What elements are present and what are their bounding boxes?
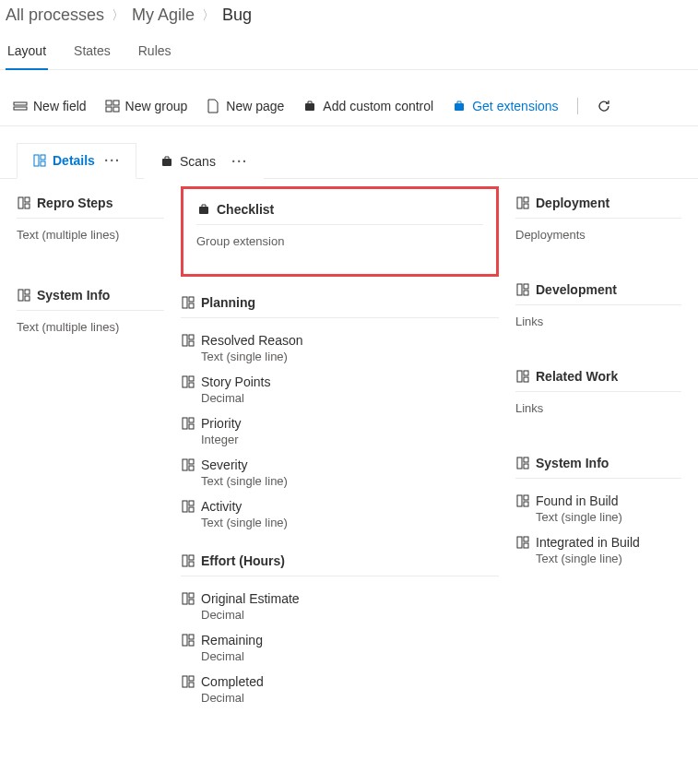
svg-rect-14 [25, 204, 30, 208]
field-row[interactable]: Story Points [181, 369, 499, 391]
toolbar-label: Get extensions [472, 99, 558, 113]
svg-rect-43 [183, 635, 187, 646]
field-row[interactable]: Severity [181, 452, 499, 474]
tab-states[interactable]: States [72, 34, 112, 69]
svg-rect-57 [524, 377, 528, 382]
new-page-button[interactable]: New page [206, 99, 284, 113]
field-row[interactable]: Completed [181, 669, 499, 691]
svg-rect-28 [183, 418, 187, 429]
tab-rules[interactable]: Rules [136, 34, 173, 69]
svg-rect-44 [189, 635, 194, 639]
control-icon [302, 99, 317, 113]
svg-rect-48 [189, 683, 194, 687]
get-extensions-link[interactable]: Get extensions [452, 99, 558, 113]
field-type: Decimal [181, 691, 499, 705]
field-name: Remaining [201, 633, 263, 647]
refresh-button[interactable] [597, 99, 611, 113]
toolbar-label: New page [226, 99, 284, 113]
group[interactable]: DevelopmentLinks [515, 269, 681, 356]
field-icon [13, 99, 28, 113]
page-icon [206, 99, 220, 113]
page-tabs: Details ··· Scans ··· [0, 126, 698, 179]
field-type: Text (single line) [181, 516, 499, 529]
page-tab-scans[interactable]: Scans ··· [144, 143, 264, 179]
page-tab-more-button[interactable]: ··· [231, 154, 248, 169]
group-title: Related Work [536, 369, 618, 384]
toolbar-separator [577, 98, 578, 114]
layout-body: Repro Steps Text (multiple lines) System… [0, 178, 698, 734]
field-type: Integer [181, 433, 499, 446]
svg-rect-56 [524, 371, 528, 375]
group[interactable]: Related WorkLinks [515, 356, 681, 443]
field-type: Decimal [181, 649, 499, 663]
svg-rect-20 [189, 297, 194, 302]
svg-rect-41 [189, 593, 194, 598]
field-icon [515, 493, 530, 508]
field-row[interactable]: Original Estimate [181, 586, 499, 608]
svg-rect-12 [18, 197, 23, 208]
field-row[interactable]: Resolved Reason [181, 327, 499, 350]
svg-rect-61 [517, 495, 522, 506]
svg-rect-10 [41, 161, 45, 166]
svg-rect-13 [25, 197, 30, 202]
field-type: Text (single line) [515, 552, 681, 565]
svg-rect-54 [524, 291, 528, 295]
add-custom-control-button[interactable]: Add custom control [302, 99, 433, 113]
svg-rect-62 [524, 495, 528, 500]
svg-rect-2 [106, 101, 112, 105]
field-row[interactable]: Activity [181, 493, 499, 516]
group[interactable]: DeploymentDeployments [515, 183, 681, 269]
svg-rect-60 [524, 464, 528, 469]
group[interactable]: Effort (Hours)Original EstimateDecimalRe… [181, 540, 499, 716]
svg-rect-21 [189, 303, 194, 308]
field-icon [515, 535, 530, 550]
field-name: Original Estimate [201, 591, 300, 606]
field-row[interactable]: Priority [181, 410, 499, 433]
group[interactable]: System InfoFound in BuildText (single li… [515, 443, 681, 576]
field-row[interactable]: Remaining [181, 627, 499, 649]
page-tab-label: Details [53, 153, 95, 168]
svg-rect-1 [14, 107, 27, 110]
breadcrumb-item[interactable]: All processes [6, 6, 104, 25]
field-type: Decimal [181, 608, 499, 622]
svg-rect-33 [189, 466, 194, 470]
toolbar: New field New group New page Add custom … [0, 87, 698, 126]
group[interactable]: PlanningResolved ReasonText (single line… [181, 282, 499, 540]
svg-rect-25 [183, 376, 187, 387]
field-row[interactable]: Found in Build [515, 488, 681, 510]
svg-rect-49 [517, 197, 522, 208]
svg-rect-31 [183, 459, 187, 470]
page-tab-more-button[interactable]: ··· [104, 153, 121, 168]
svg-rect-29 [189, 418, 194, 422]
breadcrumb-item[interactable]: My Agile [132, 6, 195, 25]
field-name: Story Points [201, 374, 270, 389]
group-system-info-left[interactable]: System Info Text (multiple lines) [17, 275, 164, 339]
svg-rect-55 [517, 371, 522, 382]
field-type: Text (single line) [181, 350, 499, 363]
group-icon [515, 456, 530, 470]
svg-rect-50 [524, 197, 528, 202]
svg-rect-52 [517, 284, 522, 295]
extension-icon [452, 99, 467, 113]
page-tab-label: Scans [180, 154, 216, 169]
svg-rect-64 [517, 537, 522, 548]
field-type: Text (single line) [515, 510, 681, 524]
field-icon [181, 374, 195, 389]
field-icon [181, 591, 195, 606]
svg-rect-47 [189, 676, 194, 681]
group-repro-steps[interactable]: Repro Steps Text (multiple lines) [17, 183, 164, 247]
field-name: Integrated in Build [536, 535, 640, 550]
middle-column: Checklist Group extension PlanningResolv… [181, 183, 499, 716]
new-group-button[interactable]: New group [105, 99, 188, 113]
new-field-button[interactable]: New field [13, 99, 87, 113]
field-name: Completed [201, 674, 264, 689]
field-type: Text (single line) [181, 474, 499, 488]
page-tab-details[interactable]: Details ··· [17, 143, 136, 179]
svg-rect-53 [524, 284, 528, 289]
group-title: Repro Steps [37, 196, 112, 210]
layout-icon [32, 153, 47, 168]
field-row[interactable]: Integrated in Build [515, 529, 681, 552]
group-title: System Info [37, 288, 110, 303]
tab-layout[interactable]: Layout [6, 34, 48, 69]
group-icon [181, 553, 195, 568]
